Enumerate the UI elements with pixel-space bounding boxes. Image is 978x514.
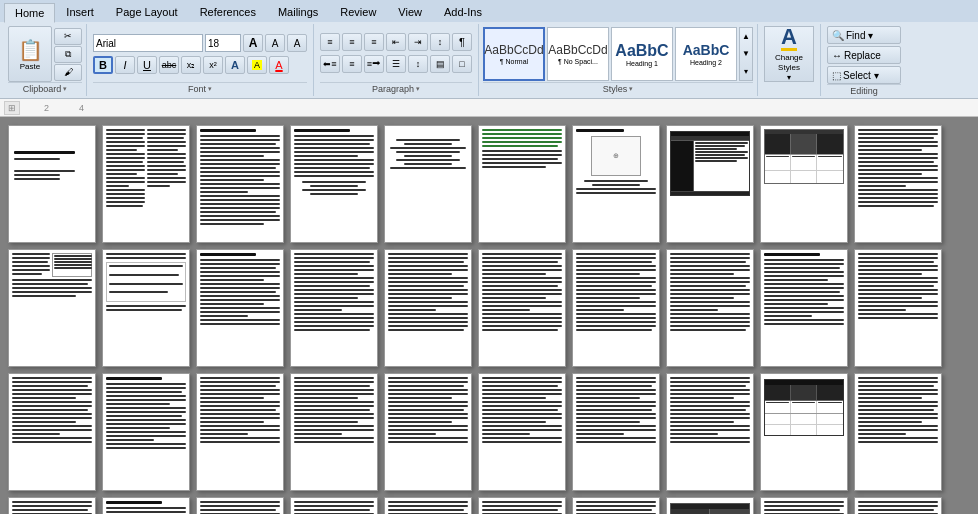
page-4[interactable] xyxy=(290,125,378,243)
underline-button[interactable]: U xyxy=(137,56,157,74)
multilevel-button[interactable]: ≡ xyxy=(364,33,384,51)
page-35[interactable] xyxy=(384,497,472,514)
page-19[interactable] xyxy=(760,249,848,367)
paste-button[interactable]: 📋 Paste xyxy=(8,26,52,82)
page-38[interactable] xyxy=(666,497,754,514)
clear-formatting-button[interactable]: A xyxy=(287,34,307,52)
text-effects-button[interactable]: A xyxy=(225,56,245,74)
highlight-button[interactable]: A xyxy=(247,56,267,74)
styles-scroll-button[interactable]: ▲ ▼ ▾ xyxy=(739,27,753,81)
font-color-button[interactable]: A xyxy=(269,56,289,74)
font-shrink-button[interactable]: A xyxy=(265,34,285,52)
bullets-icon: ≡ xyxy=(327,37,332,47)
page-20[interactable] xyxy=(854,249,942,367)
increase-indent-button[interactable]: ⇥ xyxy=(408,33,428,51)
page-21[interactable] xyxy=(8,373,96,491)
decrease-indent-button[interactable]: ⇤ xyxy=(386,33,406,51)
page-37[interactable] xyxy=(572,497,660,514)
replace-button[interactable]: ↔ Replace xyxy=(827,46,901,64)
page-25[interactable] xyxy=(384,373,472,491)
change-styles-button[interactable]: A ChangeStyles ▾ xyxy=(764,26,814,82)
line-spacing-button[interactable]: ↕ xyxy=(408,55,428,73)
tab-mailings[interactable]: Mailings xyxy=(267,2,329,22)
page-34[interactable] xyxy=(290,497,378,514)
tab-insert[interactable]: Insert xyxy=(55,2,105,22)
align-left-button[interactable]: ⬅≡ xyxy=(320,55,340,73)
font-size-input[interactable] xyxy=(205,34,241,52)
tab-page-layout[interactable]: Page Layout xyxy=(105,2,189,22)
page-30[interactable] xyxy=(854,373,942,491)
borders-button[interactable]: □ xyxy=(452,55,472,73)
tab-review[interactable]: Review xyxy=(329,2,387,22)
find-button[interactable]: 🔍 Find ▾ xyxy=(827,26,901,44)
strikethrough-button[interactable]: abc xyxy=(159,56,179,74)
tab-references[interactable]: References xyxy=(189,2,267,22)
heading1-style-button[interactable]: AaBbC Heading 1 xyxy=(611,27,673,81)
ruler-toggle[interactable]: ⊞ xyxy=(4,101,20,115)
align-right-button[interactable]: ≡⮕ xyxy=(364,55,384,73)
tab-add-ins[interactable]: Add-Ins xyxy=(433,2,493,22)
styles-expand-icon[interactable]: ▾ xyxy=(629,85,633,93)
ruler: ⊞ 2 4 xyxy=(0,99,978,117)
page-8[interactable] xyxy=(666,125,754,243)
format-painter-icon: 🖌 xyxy=(64,67,73,77)
page-33[interactable] xyxy=(196,497,284,514)
align-center-button[interactable]: ≡ xyxy=(342,55,362,73)
page-1[interactable] xyxy=(8,125,96,243)
sort-button[interactable]: ↕ xyxy=(430,33,450,51)
page-22[interactable] xyxy=(102,373,190,491)
page-18[interactable] xyxy=(666,249,754,367)
select-button[interactable]: ⬚ Select ▾ xyxy=(827,66,901,84)
cut-button[interactable]: ✂ xyxy=(54,28,82,45)
justify-button[interactable]: ☰ xyxy=(386,55,406,73)
page-16[interactable] xyxy=(478,249,566,367)
superscript-button[interactable]: x² xyxy=(203,56,223,74)
page-17[interactable] xyxy=(572,249,660,367)
multilevel-icon: ≡ xyxy=(371,37,376,47)
page-3[interactable] xyxy=(196,125,284,243)
page-32[interactable] xyxy=(102,497,190,514)
font-expand-icon[interactable]: ▾ xyxy=(208,85,212,93)
page-14[interactable] xyxy=(290,249,378,367)
clipboard-expand-icon[interactable]: ▾ xyxy=(63,85,67,93)
shading-button[interactable]: ▤ xyxy=(430,55,450,73)
page-40[interactable] xyxy=(854,497,942,514)
bullets-button[interactable]: ≡ xyxy=(320,33,340,51)
page-5[interactable] xyxy=(384,125,472,243)
page-27[interactable] xyxy=(572,373,660,491)
show-hide-button[interactable]: ¶ xyxy=(452,33,472,51)
page-7[interactable]: ⊕ xyxy=(572,125,660,243)
page-36[interactable] xyxy=(478,497,566,514)
page-26[interactable] xyxy=(478,373,566,491)
subscript-button[interactable]: x₂ xyxy=(181,56,201,74)
numbering-button[interactable]: ≡ xyxy=(342,33,362,51)
font-grow-button[interactable]: A xyxy=(243,34,263,52)
font-name-input[interactable] xyxy=(93,34,203,52)
page-9[interactable] xyxy=(760,125,848,243)
page-15[interactable] xyxy=(384,249,472,367)
page-23[interactable] xyxy=(196,373,284,491)
increase-indent-icon: ⇥ xyxy=(414,37,422,47)
page-10[interactable] xyxy=(854,125,942,243)
document-area[interactable]: ⊕ xyxy=(0,117,978,514)
nospace-style-button[interactable]: AaBbCcDd ¶ No Spaci... xyxy=(547,27,609,81)
format-painter-button[interactable]: 🖌 xyxy=(54,64,82,81)
tab-home[interactable]: Home xyxy=(4,3,55,23)
normal-style-button[interactable]: AaBbCcDd ¶ Normal xyxy=(483,27,545,81)
page-11[interactable] xyxy=(8,249,96,367)
italic-button[interactable]: I xyxy=(115,56,135,74)
bold-button[interactable]: B xyxy=(93,56,113,74)
heading2-style-button[interactable]: AaBbC Heading 2 xyxy=(675,27,737,81)
page-29[interactable] xyxy=(760,373,848,491)
paragraph-expand-icon[interactable]: ▾ xyxy=(416,85,420,93)
page-31[interactable] xyxy=(8,497,96,514)
tab-view[interactable]: View xyxy=(387,2,433,22)
page-12[interactable] xyxy=(102,249,190,367)
page-6[interactable] xyxy=(478,125,566,243)
page-2[interactable] xyxy=(102,125,190,243)
page-28[interactable] xyxy=(666,373,754,491)
page-24[interactable] xyxy=(290,373,378,491)
page-13[interactable] xyxy=(196,249,284,367)
copy-button[interactable]: ⧉ xyxy=(54,46,82,63)
page-39[interactable] xyxy=(760,497,848,514)
